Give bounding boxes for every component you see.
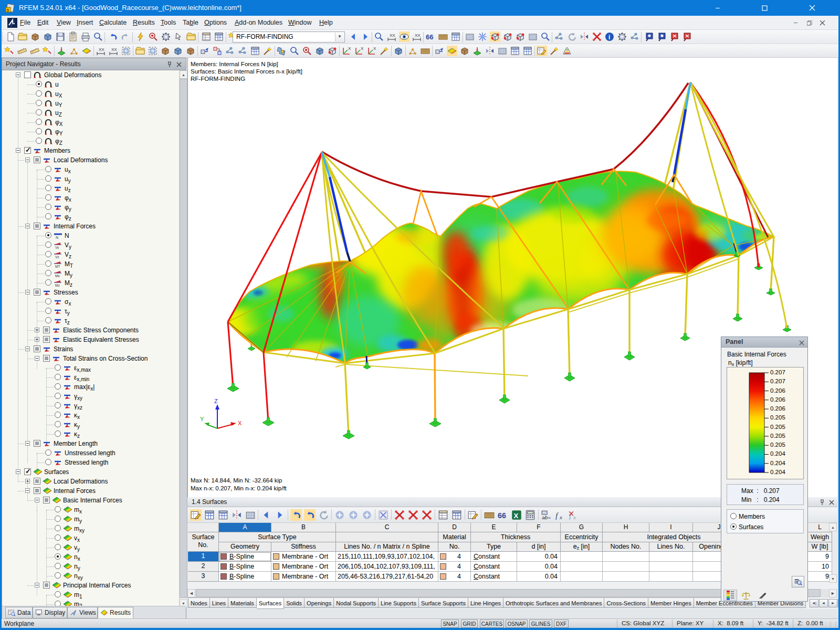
svg-text:f: f	[555, 511, 559, 520]
svg-text:Vy: Vy	[55, 246, 59, 249]
svg-text:i: i	[608, 34, 610, 41]
svg-text:XX: XX	[415, 33, 421, 38]
svg-text:x: x	[573, 514, 576, 520]
svg-text:X: X	[361, 46, 364, 51]
svg-text:ab=: ab=	[542, 514, 551, 520]
svg-text:XX: XX	[99, 47, 104, 52]
svg-text:x: x	[559, 514, 562, 520]
svg-text:XX: XX	[111, 47, 117, 52]
svg-text:X: X	[238, 420, 242, 426]
svg-text:X: X	[348, 46, 351, 51]
svg-text:XX: XX	[390, 33, 395, 38]
svg-text:MT: MT	[55, 265, 60, 268]
svg-text:Y: Y	[200, 416, 204, 422]
svg-text:Vz: Vz	[55, 255, 59, 259]
svg-text:My: My	[55, 274, 60, 278]
svg-text:N: N	[56, 236, 58, 239]
svg-text:66: 66	[498, 511, 506, 520]
svg-text:X: X	[373, 46, 376, 51]
svg-text:X: X	[514, 512, 519, 520]
svg-text:Z: Z	[214, 398, 218, 404]
svg-text:Mz: Mz	[55, 284, 60, 287]
svg-text:5: 5	[7, 8, 9, 13]
svg-text:66: 66	[426, 33, 433, 41]
